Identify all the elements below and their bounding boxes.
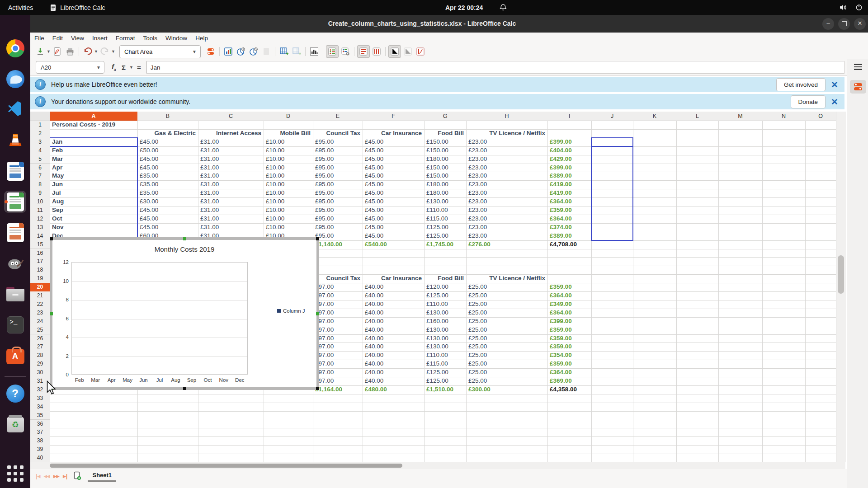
activities-button[interactable]: Activities [8,4,33,11]
cell-E2[interactable]: Council Tax [313,129,363,138]
row-header-12[interactable]: 12 [30,215,50,224]
cell-H25[interactable]: £25.00 [466,326,547,334]
function-wizard-icon[interactable]: fx [112,63,116,72]
cell-G11[interactable]: £110.00 [424,206,466,215]
cell-F28[interactable]: £40.00 [363,351,424,360]
dock-item-calc[interactable] [4,191,26,213]
column-header-F[interactable]: F [363,112,425,121]
first-sheet-icon[interactable]: |◂ [36,473,40,479]
row-header-29[interactable]: 29 [30,360,50,369]
sheet-tab-sheet1[interactable]: Sheet1 [88,470,116,482]
cell-E15[interactable]: £1,140.00 [313,240,363,249]
cell-E20[interactable]: £97.00 [313,283,363,291]
cell-E12[interactable]: £95.00 [313,215,363,223]
row-header-36[interactable]: 36 [30,420,50,429]
cell-H29[interactable]: £25.00 [466,360,547,368]
cell-F10[interactable]: £45.00 [363,197,424,206]
cell-F29[interactable]: £40.00 [363,360,424,368]
data-in-rows-icon[interactable] [326,45,339,58]
vertical-scrollbar[interactable] [836,112,846,462]
row-header-23[interactable]: 23 [30,309,50,318]
column-header-G[interactable]: G [424,112,467,121]
cell-B9[interactable]: £35.00 [137,189,198,197]
previous-sheet-icon[interactable]: ◂◂ [44,473,50,479]
cell-F3[interactable]: £45.00 [363,138,424,146]
pie-rotation-icon[interactable] [248,46,259,57]
cell-C2[interactable]: Internet Access [198,129,264,138]
cell-H9[interactable]: £23.00 [466,189,547,197]
cell-B6[interactable]: £45.00 [137,164,198,172]
cell-H30[interactable]: £25.00 [466,368,547,377]
export-icon[interactable] [34,46,46,57]
dock-item-apps-grid[interactable] [4,462,26,484]
column-header-L[interactable]: L [676,112,719,121]
export-dropdown[interactable]: ▼ [47,49,51,54]
cell-G8[interactable]: £180.00 [424,180,466,189]
column-header-B[interactable]: B [137,112,198,121]
placeholder-icon[interactable] [260,46,272,57]
row-header-34[interactable]: 34 [30,403,50,412]
cell-B5[interactable]: £45.00 [137,155,198,164]
cell-H24[interactable]: £25.00 [466,317,547,326]
resize-handle[interactable] [316,387,319,390]
resize-handle[interactable] [316,237,319,240]
row-header-3[interactable]: 3 [30,138,50,147]
cell-E4[interactable]: £95.00 [313,146,363,155]
sum-icon[interactable]: Σ [122,64,126,71]
cell-G29[interactable]: £115.00 [424,360,466,368]
sidebar-properties-icon[interactable] [850,80,866,94]
cell-G12[interactable]: £115.00 [424,215,466,223]
horizontal-scrollbar[interactable] [30,462,845,469]
cell-I4[interactable]: £404.00 [547,146,591,155]
sum-dropdown-icon[interactable]: ▼ [129,65,133,70]
export-image-icon[interactable] [415,46,426,57]
cell-E24[interactable]: £97.00 [313,317,363,326]
cell-E26[interactable]: £97.00 [313,334,363,343]
resize-handle[interactable] [50,312,53,315]
cell-C13[interactable]: £31.00 [198,223,264,232]
cell-H22[interactable]: £25.00 [466,300,547,309]
cell-F11[interactable]: £45.00 [363,206,424,215]
close-notification-icon[interactable]: ✕ [831,97,838,107]
cell-B10[interactable]: £30.00 [137,197,198,206]
cell-F21[interactable]: £40.00 [363,291,424,300]
cell-D8[interactable]: £10.00 [264,180,313,189]
cell-H13[interactable]: £23.00 [466,223,547,232]
cell-D4[interactable]: £10.00 [264,146,313,155]
cell-I14[interactable]: £389.00 [547,232,591,240]
dock-item-trash[interactable]: ♻ [4,413,26,435]
column-header-N[interactable]: N [762,112,806,121]
export-pdf-icon[interactable] [52,46,63,57]
close-button[interactable]: ✕ [854,18,866,30]
cell-I29[interactable]: £359.00 [547,360,591,368]
cell-F13[interactable]: £45.00 [363,223,424,232]
name-box[interactable]: A20 ▼ [36,61,104,74]
cell-E23[interactable]: £97.00 [313,309,363,317]
cell-G25[interactable]: £130.00 [424,326,466,334]
cell-I3[interactable]: £399.00 [547,138,591,146]
dock-item-terminal[interactable]: >_ [4,314,26,336]
equals-icon[interactable]: = [137,64,141,71]
cell-H5[interactable]: £23.00 [466,155,547,164]
cell-I22[interactable]: £349.00 [547,300,591,309]
column-header-H[interactable]: H [466,112,548,121]
row-header-39[interactable]: 39 [30,445,50,454]
cell-I23[interactable]: £364.00 [547,309,591,317]
cell-F9[interactable]: £45.00 [363,189,424,197]
dock-item-impress[interactable] [4,221,26,244]
row-header-17[interactable]: 17 [30,257,50,266]
window-title-bar[interactable]: Create_column_charts_using_statistics.xl… [30,15,868,33]
cell-C9[interactable]: £31.00 [198,189,264,197]
chart-title[interactable]: Monthly Costs 2019 [50,245,319,253]
undo-dropdown[interactable]: ▼ [94,49,99,54]
dock-item-thunderbird[interactable] [4,68,26,90]
cell-I20[interactable]: £359.00 [547,283,591,291]
row-header-28[interactable]: 28 [30,351,50,360]
cell-A1[interactable]: Personal Costs - 2019 [50,121,185,129]
add-sheet-icon[interactable] [74,471,81,480]
menu-view[interactable]: View [67,33,88,43]
cell-F32[interactable]: £480.00 [363,385,424,394]
cell-C7[interactable]: £31.00 [198,172,264,180]
cell-G22[interactable]: £110.00 [424,300,466,309]
cell-E19[interactable]: Council Tax [313,274,363,283]
